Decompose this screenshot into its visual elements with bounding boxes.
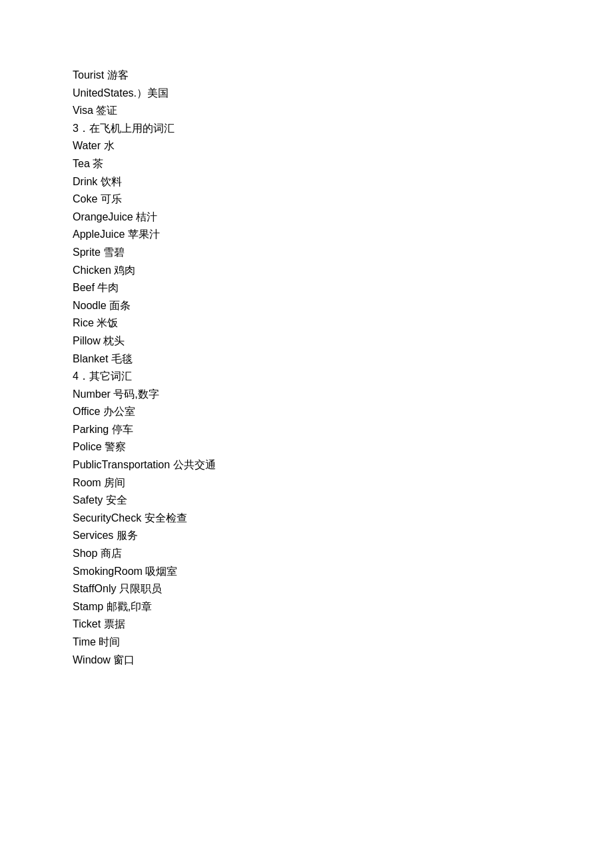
list-item-smokingroom: SmokingRoom 吸烟室 <box>73 563 613 580</box>
list-item-shop: Shop 商店 <box>73 545 613 562</box>
list-item-beef: Beef 牛肉 <box>73 279 613 296</box>
list-item-safety: Safety 安全 <box>73 492 613 509</box>
list-item-securitycheck: SecurityCheck 安全检查 <box>73 510 613 527</box>
list-item-tea: Tea 茶 <box>73 155 613 173</box>
list-item-section3: 3．在飞机上用的词汇 <box>73 120 613 137</box>
list-item-number: Number 号码,数字 <box>73 386 613 403</box>
list-item-window: Window 窗口 <box>73 651 613 669</box>
list-item-tourist: Tourist 游客 <box>73 67 613 84</box>
list-item-noodle: Noodle 面条 <box>73 297 613 314</box>
list-item-parking: Parking 停车 <box>73 421 613 438</box>
list-item-water: Water 水 <box>73 137 613 155</box>
list-item-rice: Rice 米饭 <box>73 314 613 332</box>
list-item-sprite: Sprite 雪碧 <box>73 244 613 261</box>
vocabulary-list: Tourist 游客UnitedStates.）美国Visa 签证3．在飞机上用… <box>73 67 613 669</box>
list-item-police: Police 警察 <box>73 438 613 456</box>
list-item-applejuice: AppleJuice 苹果汁 <box>73 226 613 243</box>
list-item-orangejuice: OrangeJuice 桔汁 <box>73 209 613 226</box>
list-item-blanket: Blanket 毛毯 <box>73 350 613 368</box>
list-item-staffonly: StaffOnly 只限职员 <box>73 580 613 598</box>
list-item-drink: Drink 饮料 <box>73 173 613 191</box>
list-item-services: Services 服务 <box>73 527 613 544</box>
list-item-time: Time 时间 <box>73 634 613 651</box>
list-item-ticket: Ticket 票据 <box>73 616 613 633</box>
list-item-pillow: Pillow 枕头 <box>73 332 613 350</box>
list-item-section4: 4．其它词汇 <box>73 368 613 385</box>
list-item-stamp: Stamp 邮戳,印章 <box>73 598 613 616</box>
list-item-unitedstates: UnitedStates.）美国 <box>73 85 613 102</box>
list-item-room: Room 房间 <box>73 474 613 492</box>
list-item-visa: Visa 签证 <box>73 102 613 119</box>
list-item-chicken: Chicken 鸡肉 <box>73 262 613 279</box>
list-item-coke: Coke 可乐 <box>73 191 613 208</box>
list-item-office: Office 办公室 <box>73 403 613 420</box>
list-item-publictransportation: PublicTransportation 公共交通 <box>73 456 613 474</box>
